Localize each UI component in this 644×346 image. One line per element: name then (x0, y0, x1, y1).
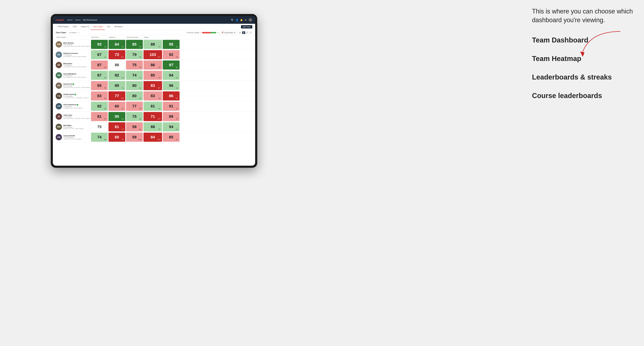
dashboard-options: Team DashboardTeam HeatmapLeaderboards &… (532, 35, 634, 100)
score-change: 10▼ (158, 87, 161, 89)
player-info[interactable]: CRChris Robertson✓1-5 HandicapCraigmilla… (56, 102, 91, 111)
dashboard-option: Leaderboards & streaks (532, 72, 634, 82)
score-cell: 753▼ (126, 60, 143, 70)
dashboard-option: Team Dashboard (532, 35, 634, 45)
col-header-player: Player Quality ▼ (56, 35, 91, 39)
notification-icon[interactable]: 🔔 (240, 19, 243, 21)
player-name: Chris Robertson✓ (63, 104, 83, 106)
tab-pga[interactable]: PGA (71, 24, 78, 30)
tab-team-clippd[interactable]: Team Clippd (91, 24, 105, 30)
sort-arrow-tee[interactable]: — (99, 37, 100, 38)
tab-pgat-players[interactable]: PGAT Players (56, 24, 71, 30)
tabs: PGAT PlayersPGAHcaps 1-5Team ClippdTourA… (56, 24, 125, 30)
score-value: 89 (115, 83, 119, 88)
player-handicap: 11-15 Handicap (63, 137, 82, 138)
score-value: 75 (132, 63, 136, 67)
filter-button[interactable]: ⬆ (249, 31, 252, 34)
nav-link-home[interactable]: Home (68, 19, 72, 21)
score-change: 11▼ (158, 118, 161, 120)
score-value: 94 (169, 73, 173, 78)
score-value: 58 (132, 135, 136, 140)
avatar: BM (56, 41, 62, 47)
edit-icon[interactable]: ✏ (78, 32, 80, 33)
view-icons: ⊞ ▦ ☰ ⬆ (238, 31, 252, 34)
sort-arrow-putting[interactable]: — (149, 37, 150, 38)
score-change: 3▲ (176, 128, 178, 130)
avatar: CQ (56, 93, 62, 99)
nav-link-teams[interactable]: Teams (75, 19, 81, 21)
last-rounds-button[interactable]: 📅 Last Rounds: 20 (220, 31, 237, 34)
player-info[interactable]: CQCharlie Quick✓6-10 HandicapSt. George'… (56, 91, 91, 100)
score-change: 5▲ (176, 67, 178, 68)
score-cell: 813▼ (91, 112, 108, 121)
separator: | (68, 32, 68, 33)
score-cell: 613▼ (108, 122, 125, 131)
add-team-button[interactable]: Add Team (241, 25, 252, 28)
player-info[interactable]: DBDave Billingham1-5 HandicapGog Magog G… (56, 71, 91, 80)
score-value: 80 (132, 83, 136, 88)
player-details: Matt Miller6-10 HandicapWoburn Golf Club… (63, 124, 84, 130)
player-info[interactable]: ANAaron Nicholls11-15 HandicapDrift Golf… (56, 133, 91, 142)
annotation-area: This is where you can choose which dashb… (532, 7, 634, 109)
col-label-green: Around the Green (126, 36, 138, 38)
score-cell: 601▼ (108, 133, 125, 142)
table-row: DBDave Billingham1-5 HandicapGog Magog G… (53, 70, 255, 81)
col-header-tee: Off the Tee — (91, 35, 108, 39)
score-change: 1▲ (104, 56, 106, 58)
score-value: 87 (97, 52, 102, 57)
avatar: DF (56, 82, 62, 89)
table-row: DFDavid Ford✓Plus HandicapRoyal North De… (53, 81, 255, 91)
grid-view-button[interactable]: ⊞ (238, 31, 242, 34)
score-change: 3▲ (176, 87, 178, 89)
score-change: 1▲ (139, 77, 142, 78)
score-change: 3▼ (139, 67, 142, 68)
score-value: 88 (151, 42, 155, 47)
player-info[interactable]: ECEdward Crossman1-5 HandicapSunningdale… (56, 50, 91, 59)
player-info[interactable]: JCJosh Coles1-5 HandicapRoyal North Devo… (56, 112, 91, 121)
nav-link-my-performance[interactable]: My Performance (83, 19, 97, 21)
score-change: 4▲ (104, 77, 106, 78)
score-cell: 748▲ (91, 133, 108, 142)
tab-hcaps-1-5[interactable]: Hcaps 1-5 (79, 24, 91, 30)
score-value: 87 (97, 73, 102, 78)
score-change: 4▲ (104, 46, 106, 47)
score-change: 6▲ (122, 46, 124, 47)
player-club: Royal North Devon Golf Club, United King… (63, 45, 90, 47)
score-value: 82 (97, 104, 102, 109)
score-value: 82 (115, 73, 119, 78)
sort-arrow-approach[interactable]: — (116, 37, 117, 38)
score-cell: 7311▼ (108, 50, 125, 59)
score-cell: 799▲ (126, 50, 143, 59)
avatar[interactable]: U (248, 18, 252, 22)
col-label-player: Player Quality (56, 36, 66, 38)
col-header-putting: Putting — (143, 35, 162, 39)
player-info[interactable]: MMMatt Miller6-10 HandicapWoburn Golf Cl… (56, 122, 91, 131)
search-icon[interactable]: 🔍 (231, 19, 234, 21)
sort-arrow-player[interactable]: ▼ (66, 37, 67, 38)
player-info[interactable]: DFDavid Ford✓Plus HandicapRoyal North De… (56, 81, 91, 90)
score-value: 97 (169, 63, 173, 67)
score-cell: 881▼ (144, 40, 162, 49)
user-icon[interactable]: 👤 (236, 19, 238, 21)
table-row: ECEdward Crossman1-5 HandicapSunningdale… (53, 50, 255, 60)
col-label-approach: Approach (109, 36, 115, 38)
score-value: 74 (97, 135, 102, 140)
player-handicap: 6-10 Handicap (63, 126, 84, 128)
score-cell: 913▼ (163, 102, 180, 111)
table-row: JCJosh Coles1-5 HandicapRoyal North Devo… (53, 112, 255, 122)
round-change-max: +5 (217, 32, 218, 33)
sort-arrow-green[interactable]: — (138, 37, 140, 38)
player-info[interactable]: BMBlair McHargPlus HandicapRoyal North D… (56, 40, 91, 49)
player-details: David Ford✓Plus HandicapRoyal North Devo… (63, 83, 90, 88)
settings-icon[interactable]: ⚙ (245, 19, 247, 21)
score-cell: 5810▲ (126, 133, 143, 142)
score-cell: 943▲ (163, 122, 180, 131)
score-value: 77 (132, 104, 136, 109)
score-change: 3▼ (176, 108, 178, 109)
tab-tour[interactable]: Tour (105, 24, 112, 30)
heatmap-view-button[interactable]: ▦ (242, 31, 245, 34)
score-change: 2▼ (158, 128, 161, 130)
list-view-button[interactable]: ☰ (246, 31, 249, 34)
tab-all-players[interactable]: All Players (112, 24, 125, 30)
player-info[interactable]: EEElliot Ebert1-5 HandicapSunningdale Go… (56, 60, 91, 70)
